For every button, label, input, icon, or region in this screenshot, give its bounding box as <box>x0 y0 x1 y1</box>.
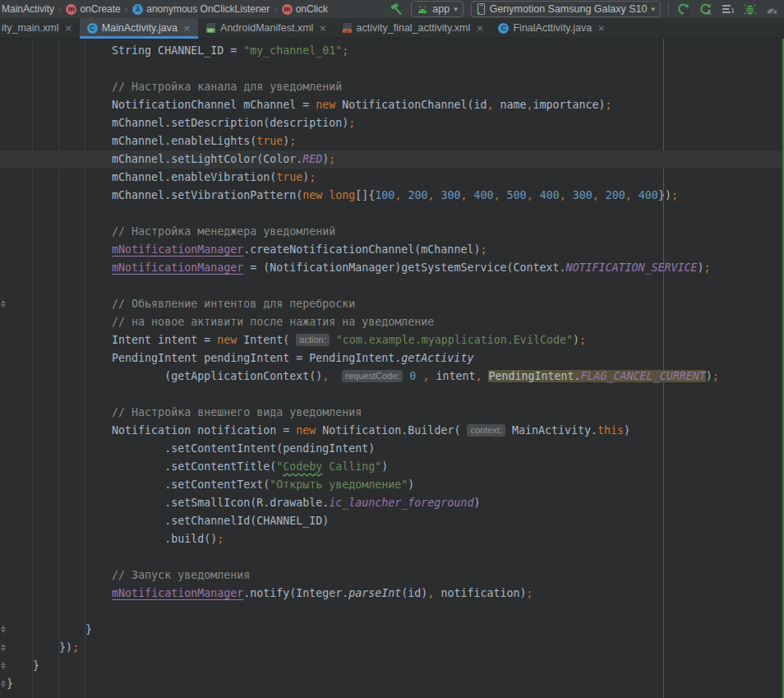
rerun-app-button[interactable] <box>676 2 690 16</box>
code-segment: notification) <box>434 587 526 599</box>
code-segment: ; <box>704 261 711 274</box>
code-segment: // Обьявление интентов для переброски <box>7 298 355 310</box>
code-segment: PendingIntent. <box>488 370 580 382</box>
fold-marker-icon[interactable] <box>1 299 7 308</box>
breadcrumb-item-mainactivity[interactable]: MainActivity <box>2 3 54 15</box>
code-segment: getActivity <box>401 352 473 364</box>
code-line[interactable]: }); <box>0 639 784 657</box>
layout-xml-icon: cb <box>342 22 353 34</box>
code-line[interactable]: Intent intent = new Intent( action: "com… <box>0 331 784 349</box>
code-line[interactable]: .setContentText("Открыть уведомление") <box>0 476 784 494</box>
code-segment: , <box>494 189 500 201</box>
code-line[interactable]: mChannel.setDescription(description); <box>0 114 784 132</box>
code-segment: // Настройка внешнего вида уведомления <box>7 406 362 418</box>
main-toolbar: MainActivity›monCreate›λanonymous OnClic… <box>0 0 784 18</box>
code-line[interactable]: // Настройка канала для уведомлений <box>0 78 784 96</box>
code-line[interactable]: mChannel.setLightColor(Color.RED); <box>0 150 784 169</box>
debug-app-button[interactable] <box>743 2 757 16</box>
code-line[interactable] <box>0 548 784 566</box>
code-segment: Notification notification = <box>7 424 296 437</box>
code-line[interactable]: mChannel.setVibrationPattern(new long[]{… <box>0 187 784 205</box>
fold-marker-icon[interactable] <box>1 625 7 634</box>
code-segment: FLAG_CANCEL_CURRENT <box>581 370 706 382</box>
fold-marker-icon[interactable] <box>1 679 7 688</box>
code-segment: long <box>329 189 355 201</box>
code-segment: RED <box>302 153 322 165</box>
code-line[interactable] <box>0 277 784 295</box>
run-config-selector[interactable]: app ▾ <box>411 1 463 17</box>
code-segment: } <box>7 659 39 672</box>
code-line[interactable]: .setChannelId(CHANNEL_ID) <box>0 512 784 530</box>
breadcrumb-item-oncreate[interactable]: monCreate <box>66 3 120 15</box>
code-segment: }) <box>658 189 671 201</box>
code-segment: 300 <box>440 189 460 201</box>
code-segment: Intent( <box>237 334 296 346</box>
fold-marker-icon[interactable] <box>1 661 7 670</box>
close-icon[interactable]: × <box>183 23 191 34</box>
code-segment: , <box>593 189 599 201</box>
code-line[interactable]: .setContentIntent(pendingIntent) <box>0 440 784 458</box>
code-line[interactable]: (getApplicationContext(), requestCode: 0… <box>0 367 784 386</box>
profile-app-button[interactable] <box>765 2 779 16</box>
code-line[interactable] <box>0 205 784 223</box>
code-line[interactable]: // Обьявление интентов для переброски <box>0 295 784 313</box>
close-icon[interactable]: × <box>597 23 605 34</box>
java-class-icon: C <box>498 23 509 34</box>
code-line[interactable]: } <box>0 675 784 693</box>
code-segment: ic_launcher_foreground <box>329 497 473 509</box>
code-line[interactable]: mNotificationManager.createNotificationC… <box>0 241 784 259</box>
code-line[interactable]: NotificationChannel mChannel = new Notif… <box>0 96 784 114</box>
build-hammer-icon[interactable] <box>390 2 404 16</box>
device-selector[interactable]: Genymotion Samsung Galaxy S10 ▾ <box>471 1 661 17</box>
tab-activity_final_acttivity.xml[interactable]: cbactivity_final_acttivity.xml× <box>334 18 491 38</box>
toolbar-actions: app ▾ Genymotion Samsung Galaxy S10 ▾ A <box>390 1 781 17</box>
close-icon[interactable]: × <box>319 23 326 34</box>
code-line[interactable]: // Запуск уведомления <box>0 566 784 585</box>
fold-marker-icon[interactable] <box>1 643 7 652</box>
code-segment: ; <box>579 334 586 346</box>
device-selector-label: Genymotion Samsung Galaxy S10 <box>490 3 648 15</box>
code-line[interactable]: } <box>0 657 784 675</box>
close-icon[interactable]: × <box>476 23 483 34</box>
code-line[interactable] <box>0 603 784 621</box>
code-line[interactable]: // на новое активити после нажатия на ув… <box>0 313 784 331</box>
code-line[interactable]: } <box>0 621 784 639</box>
phone-icon <box>477 2 486 16</box>
tab-MainActivity.java[interactable]: CMainActivity.java× <box>80 18 198 38</box>
rerun-app-icon <box>676 2 690 16</box>
code-editor[interactable]: String CHANNEL_ID = "my_channel_01"; // … <box>0 39 784 698</box>
code-segment: ; <box>217 533 224 545</box>
attach-debugger-button[interactable]: A <box>699 2 713 16</box>
code-segment: .notify(Integer. <box>243 587 348 599</box>
code-segment: Calling" <box>322 460 381 473</box>
breadcrumb-item-onclick[interactable]: monClick <box>282 3 328 15</box>
tab-label: ity_main.xml <box>2 22 58 34</box>
code-line[interactable]: // Настройка менеджера уведомлений <box>0 223 784 241</box>
code-line[interactable]: Notification notification = new Notifica… <box>0 422 784 440</box>
close-icon[interactable]: × <box>64 23 71 34</box>
code-line[interactable]: .setSmallIcon(R.drawable.ic_launcher_for… <box>0 494 784 512</box>
java-class-icon: C <box>87 23 98 34</box>
tab-AndroidManifest.xml[interactable]: MFAndroidManifest.xml× <box>198 18 334 38</box>
apply-code-changes-button[interactable] <box>721 2 735 16</box>
code-line[interactable]: mChannel.enableLights(true); <box>0 132 784 150</box>
code-line[interactable]: .build(); <box>0 530 784 548</box>
code-line[interactable]: String CHANNEL_ID = "my_channel_01"; <box>0 42 784 60</box>
tab-label: activity_final_acttivity.xml <box>357 22 471 34</box>
code-line[interactable] <box>0 60 784 78</box>
code-segment: mNotificationManager <box>112 587 243 599</box>
breadcrumb-label: anonymous OnClickListener <box>146 3 270 15</box>
code-line[interactable]: mNotificationManager = (NotificationMana… <box>0 259 784 277</box>
code-line[interactable]: // Настройка внешнего вида уведомления <box>0 404 784 422</box>
code-segment: Intent intent = <box>7 334 217 346</box>
code-line[interactable] <box>0 386 784 404</box>
run-config-label: app <box>432 3 450 15</box>
code-line[interactable]: PendingIntent pendingIntent = PendingInt… <box>0 349 784 367</box>
tab-ity_main.xml[interactable]: ity_main.xml× <box>0 18 80 38</box>
code-segment: // Запуск уведомления <box>7 569 250 581</box>
code-line[interactable]: .setContentTitle("Codeby Calling") <box>0 458 784 476</box>
breadcrumb-item-anonymous-onclicklistener[interactable]: λanonymous OnClickListener <box>132 3 270 15</box>
code-line[interactable]: mChannel.enableVibration(true); <box>0 169 784 187</box>
code-line[interactable]: mNotificationManager.notify(Integer.pars… <box>0 585 784 603</box>
tab-FinalActtivity.java[interactable]: CFinalActtivity.java× <box>491 18 612 38</box>
